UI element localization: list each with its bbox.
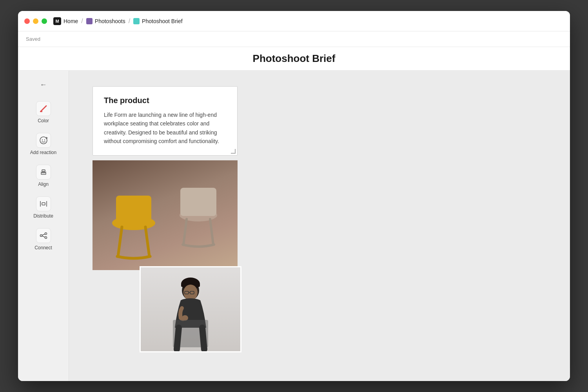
window-controls <box>24 18 47 24</box>
svg-line-25 <box>210 219 213 245</box>
sidebar: ← Color <box>18 71 69 381</box>
yellow-chair-svg <box>106 184 161 262</box>
home-logo-icon: M <box>53 17 61 25</box>
breadcrumb-photoshoots[interactable]: Photoshoots <box>86 18 125 24</box>
chair-scene-bg <box>93 160 238 270</box>
svg-rect-12 <box>42 203 45 205</box>
card-body: Life Form are launching a new line of hi… <box>104 111 226 146</box>
connect-label: Connect <box>34 245 52 250</box>
page-title: Photoshoot Brief <box>253 53 336 65</box>
app-window: M Home / Photoshoots / Photoshoot Brief … <box>18 11 570 381</box>
svg-rect-23 <box>180 188 216 216</box>
svg-rect-1 <box>40 111 42 112</box>
text-card[interactable]: The product Life Form are launching a ne… <box>93 86 238 156</box>
close-button[interactable] <box>24 18 30 24</box>
svg-line-20 <box>118 227 122 256</box>
color-label: Color <box>38 118 49 123</box>
color-icon <box>36 101 51 116</box>
minimize-button[interactable] <box>33 18 38 24</box>
back-icon: ← <box>40 81 47 89</box>
svg-line-24 <box>183 219 187 245</box>
saved-status: Saved <box>26 36 40 42</box>
person-scene <box>141 267 240 351</box>
breadcrumb-sep-2: / <box>129 18 130 25</box>
svg-point-33 <box>182 315 188 321</box>
saved-bar: Saved <box>18 31 570 47</box>
svg-rect-8 <box>42 170 45 171</box>
sidebar-item-add-reaction[interactable]: Add reaction <box>24 129 63 159</box>
sidebar-item-connect[interactable]: Connect <box>24 224 63 254</box>
breadcrumb-brief[interactable]: Photoshoot Brief <box>133 18 183 24</box>
person-silhouette <box>151 269 230 351</box>
sidebar-item-align[interactable]: Align <box>24 161 63 191</box>
page-title-bar: Photoshoot Brief <box>18 47 570 71</box>
main-area: ← Color <box>18 71 570 381</box>
canvas-area[interactable]: The product Life Form are launching a ne… <box>69 71 570 381</box>
svg-point-3 <box>42 140 42 140</box>
breadcrumb-home[interactable]: M Home <box>53 17 78 25</box>
canvas-content: The product Life Form are launching a ne… <box>93 86 546 352</box>
breadcrumb-sep-1: / <box>81 18 83 25</box>
add-reaction-label: Add reaction <box>30 150 56 155</box>
svg-rect-9 <box>41 173 46 174</box>
brief-label[interactable]: Photoshoot Brief <box>142 18 183 24</box>
svg-point-14 <box>45 233 47 235</box>
distribute-label: Distribute <box>33 213 53 219</box>
sidebar-item-color[interactable]: Color <box>24 97 63 127</box>
photoshoots-label[interactable]: Photoshoots <box>95 18 125 24</box>
sidebar-item-distribute[interactable]: Distribute <box>24 192 63 223</box>
brief-icon <box>133 18 140 24</box>
svg-point-4 <box>44 140 45 140</box>
svg-line-21 <box>145 227 149 256</box>
pink-chair-svg <box>175 180 222 250</box>
svg-point-29 <box>183 285 198 300</box>
svg-rect-19 <box>116 196 151 224</box>
home-label[interactable]: Home <box>64 18 78 24</box>
maximize-button[interactable] <box>42 18 47 24</box>
connect-icon <box>36 228 51 243</box>
add-reaction-icon <box>36 133 51 148</box>
align-label: Align <box>38 181 49 187</box>
photoshoots-icon <box>86 18 93 24</box>
card-title: The product <box>104 96 226 105</box>
distribute-icon <box>36 196 51 211</box>
person-image[interactable] <box>140 266 241 352</box>
svg-point-13 <box>40 235 42 237</box>
svg-line-0 <box>41 106 46 111</box>
breadcrumb: M Home / Photoshoots / Photoshoot Brief <box>53 17 183 25</box>
titlebar: M Home / Photoshoots / Photoshoot Brief <box>18 11 570 31</box>
back-button[interactable]: ← <box>36 77 51 93</box>
svg-point-15 <box>45 237 47 239</box>
card-resize-handle[interactable] <box>231 149 236 154</box>
svg-line-17 <box>42 236 45 237</box>
chairs-image[interactable] <box>93 160 238 270</box>
align-icon <box>36 165 51 180</box>
svg-line-16 <box>42 234 45 235</box>
